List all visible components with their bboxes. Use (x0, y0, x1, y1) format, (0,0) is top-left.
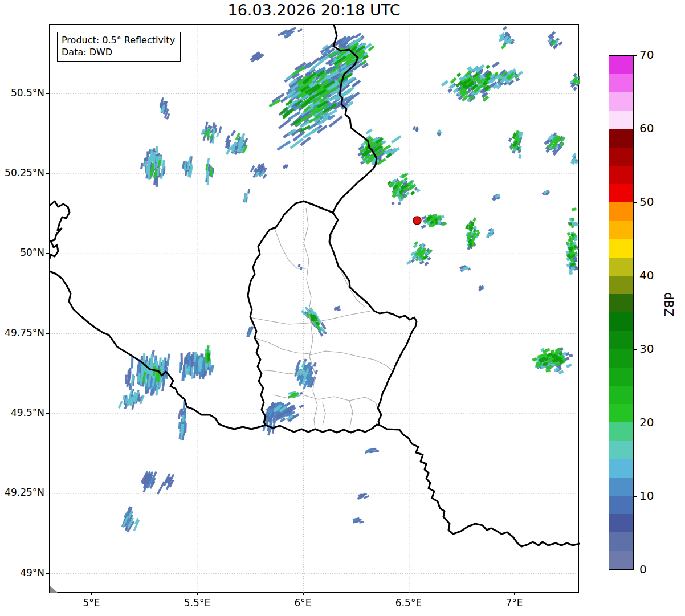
colorbar-segment (609, 202, 633, 221)
colorbar-segment (609, 331, 633, 349)
lon-tick-label: 7°E (489, 597, 540, 609)
lat-tick-mark (46, 333, 49, 334)
colorbar-segment (609, 294, 633, 312)
radar-map-page: 16.03.2026 20:18 UTC Product: 0.5° Refle… (0, 0, 685, 616)
lon-tick-label: 6°E (278, 597, 329, 609)
colorbar-tick-label: 30 (639, 342, 654, 356)
colorbar-tick-mark (634, 276, 637, 277)
page-title: 16.03.2026 20:18 UTC (49, 1, 579, 19)
colorbar-segment (609, 551, 633, 569)
map-plot-area: Product: 0.5° Reflectivity Data: DWD (49, 24, 579, 593)
lat-tick-mark (46, 253, 49, 254)
lat-tick-label: 49.5°N (0, 407, 44, 418)
data-source-label: Data: DWD (62, 46, 175, 58)
colorbar-tick-mark (634, 129, 637, 130)
lat-tick-mark (46, 573, 49, 574)
colorbar-segment (609, 514, 633, 532)
colorbar-unit-label: dBZ (662, 292, 675, 316)
colorbar-segment (609, 404, 633, 422)
colorbar (609, 55, 634, 570)
colorbar-segment (609, 258, 633, 276)
lon-tick-mark (409, 593, 410, 595)
colorbar-segment (609, 459, 633, 478)
colorbar-tick-mark (634, 202, 637, 203)
colorbar-tick-label: 10 (639, 489, 654, 503)
colorbar-tick-mark (634, 570, 637, 571)
lat-tick-mark (46, 413, 49, 414)
lon-tick-label: 5.5°E (172, 597, 223, 609)
colorbar-segment (609, 221, 633, 239)
lat-tick-label: 50°N (0, 247, 44, 258)
colorbar-segment (609, 386, 633, 404)
colorbar-segment (609, 276, 633, 294)
borders-layer (50, 25, 580, 593)
colorbar-segment (609, 239, 633, 258)
radar-site-marker (413, 217, 421, 225)
colorbar-segment (609, 56, 633, 74)
lat-tick-label: 50.5°N (0, 87, 44, 99)
colorbar-tick-label: 60 (639, 121, 654, 135)
colorbar-tick-mark (634, 55, 637, 56)
colorbar-segment (609, 111, 633, 129)
colorbar-segment (609, 441, 633, 459)
colorbar-segment (609, 478, 633, 496)
colorbar-segment (609, 368, 633, 386)
colorbar-tick-label: 70 (639, 48, 654, 62)
colorbar-tick-label: 40 (639, 268, 654, 282)
lon-tick-label: 5°E (66, 597, 117, 609)
colorbar-segment (609, 92, 633, 111)
lat-tick-label: 49°N (0, 567, 44, 578)
lat-tick-mark (46, 173, 49, 174)
colorbar-segment (609, 129, 633, 148)
colorbar-tick-label: 20 (639, 415, 654, 429)
colorbar-tick-label: 50 (639, 195, 654, 209)
colorbar-segment (609, 184, 633, 202)
lon-tick-mark (303, 593, 304, 595)
colorbar-segment (609, 532, 633, 550)
lat-tick-label: 49.25°N (0, 487, 44, 498)
colorbar-segment (609, 166, 633, 184)
colorbar-tick-mark (634, 349, 637, 350)
colorbar-tick-label: 0 (639, 562, 647, 576)
colorbar-tick-mark (634, 423, 637, 424)
lon-tick-mark (91, 593, 92, 595)
lat-tick-mark (46, 93, 49, 94)
colorbar-segment (609, 349, 633, 368)
colorbar-segment (609, 422, 633, 440)
lon-tick-label: 6.5°E (383, 597, 434, 609)
lat-tick-mark (46, 493, 49, 494)
colorbar-segment (609, 496, 633, 514)
lat-tick-label: 50.25°N (0, 167, 44, 178)
colorbar-tick-mark (634, 496, 637, 497)
product-label: Product: 0.5° Reflectivity (62, 34, 175, 46)
product-annotation-box: Product: 0.5° Reflectivity Data: DWD (57, 32, 181, 62)
lat-tick-label: 49.75°N (0, 327, 44, 338)
colorbar-segment (609, 312, 633, 331)
lon-tick-mark (514, 593, 515, 595)
colorbar-segment (609, 74, 633, 92)
colorbar-segment (609, 148, 633, 166)
lon-tick-mark (197, 593, 198, 595)
